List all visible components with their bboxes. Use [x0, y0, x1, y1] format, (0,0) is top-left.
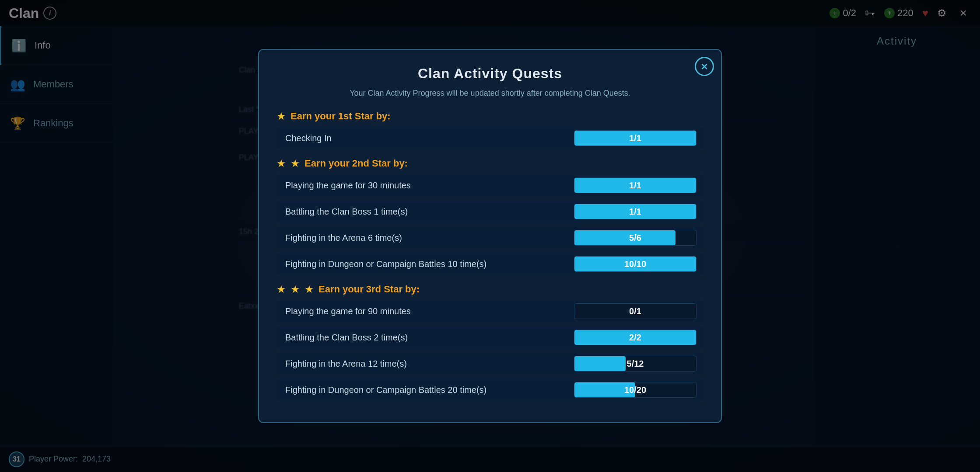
section-header-star3: ★ ★ ★ Earn your 3rd Star by: — [276, 283, 704, 295]
star1-icon-1: ★ — [276, 110, 286, 122]
quest-row-play30: Playing the game for 30 minutes 1/1 — [276, 174, 704, 197]
quest-dungeon10-label: Fighting in Dungeon or Campaign Battles … — [285, 259, 574, 269]
quest-arena12-text: 5/12 — [574, 356, 696, 371]
star2-icon-2: ★ — [290, 157, 300, 170]
quest-play30-text: 1/1 — [574, 178, 696, 193]
quest-boss1-progress: 1/1 — [574, 204, 696, 219]
quest-arena6-label: Fighting in the Arena 6 time(s) — [285, 233, 574, 243]
quest-arena12-progress: 5/12 — [574, 356, 696, 371]
section-label-star2: Earn your 2nd Star by: — [304, 158, 408, 169]
quest-arena6-progress: 5/6 — [574, 230, 696, 246]
quest-row-arena12: Fighting in the Arena 12 time(s) 5/12 — [276, 352, 704, 375]
section-label-star3: Earn your 3rd Star by: — [318, 284, 420, 295]
quest-arena12-label: Fighting in the Arena 12 time(s) — [285, 359, 574, 369]
quest-row-checkin: Checking In 1/1 — [276, 127, 704, 149]
section-header-star2: ★ ★ Earn your 2nd Star by: — [276, 157, 704, 170]
quest-play90-label: Playing the game for 90 minutes — [285, 306, 574, 316]
quest-play90-progress: 0/1 — [574, 303, 696, 319]
section-label-star1: Earn your 1st Star by: — [290, 111, 391, 122]
star3-icon-3: ★ — [304, 283, 314, 295]
quest-boss1-text: 1/1 — [574, 204, 696, 219]
quest-boss2-progress: 2/2 — [574, 330, 696, 345]
clan-activity-quests-modal: × Clan Activity Quests Your Clan Activit… — [258, 49, 722, 423]
quest-arena6-text: 5/6 — [574, 230, 696, 245]
section-header-star1: ★ Earn your 1st Star by: — [276, 110, 704, 122]
quest-dungeon20-progress: 10/20 — [574, 382, 696, 398]
quest-dungeon10-progress: 10/10 — [574, 256, 696, 272]
modal-subtitle: Your Clan Activity Progress will be upda… — [276, 89, 704, 98]
quest-checkin-label: Checking In — [285, 133, 574, 143]
quest-row-dungeon10: Fighting in Dungeon or Campaign Battles … — [276, 253, 704, 275]
star2-icon-1: ★ — [276, 157, 286, 170]
quest-row-arena6: Fighting in the Arena 6 time(s) 5/6 — [276, 226, 704, 249]
quest-play30-label: Playing the game for 30 minutes — [285, 180, 574, 191]
quest-checkin-text: 1/1 — [574, 131, 696, 146]
quest-play90-text: 0/1 — [574, 304, 696, 319]
quest-row-boss1: Battling the Clan Boss 1 time(s) 1/1 — [276, 200, 704, 223]
quest-dungeon20-label: Fighting in Dungeon or Campaign Battles … — [285, 385, 574, 395]
quest-checkin-progress: 1/1 — [574, 130, 696, 146]
quest-boss2-label: Battling the Clan Boss 2 time(s) — [285, 333, 574, 343]
modal-title: Clan Activity Quests — [276, 66, 704, 82]
quest-dungeon20-text: 10/20 — [574, 382, 696, 397]
quest-row-dungeon20: Fighting in Dungeon or Campaign Battles … — [276, 378, 704, 401]
quest-boss1-label: Battling the Clan Boss 1 time(s) — [285, 207, 574, 217]
star3-icon-2: ★ — [290, 283, 300, 295]
star3-icon-1: ★ — [276, 283, 286, 295]
quest-play30-progress: 1/1 — [574, 177, 696, 193]
quest-boss2-text: 2/2 — [574, 330, 696, 345]
quest-row-play90: Playing the game for 90 minutes 0/1 — [276, 300, 704, 323]
quest-dungeon10-text: 10/10 — [574, 257, 696, 271]
modal-close-button[interactable]: × — [695, 57, 714, 76]
quest-row-boss2: Battling the Clan Boss 2 time(s) 2/2 — [276, 326, 704, 349]
